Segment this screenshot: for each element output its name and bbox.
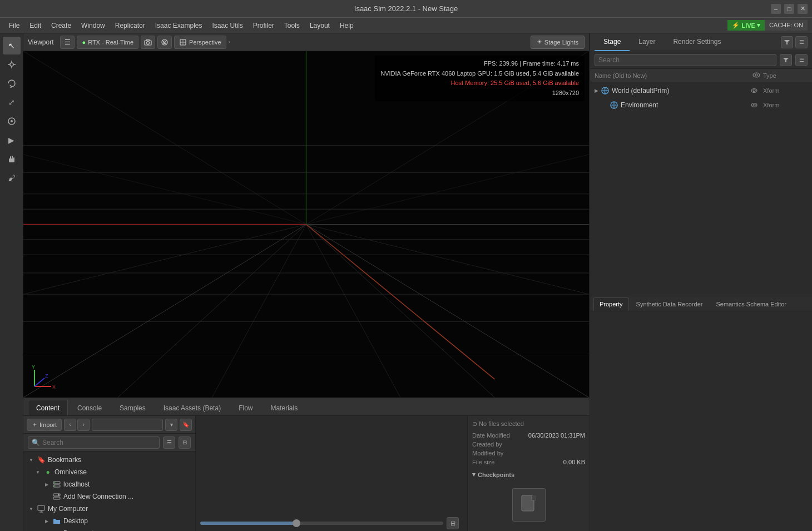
rtx-realtime-button[interactable]: ● RTX - Real-Time — [77, 36, 138, 49]
svg-rect-9 — [12, 156, 13, 158]
hud-memory: Host Memory: 25.5 GiB used, 5.6 GiB avai… — [380, 78, 579, 88]
viewport-plus-bottom: Viewport ☰ ● RTX - Real-Time — [23, 33, 590, 531]
stage-lights-button[interactable]: ☀ Stage Lights — [531, 36, 585, 49]
stage-columns-button[interactable]: ☰ — [795, 54, 808, 66]
stage-row-environment[interactable]: ▶ Environment — [590, 98, 812, 112]
stage-row-world[interactable]: ▶ World (defaultPrim) — [590, 83, 812, 98]
created-by-label: Created by — [472, 441, 502, 448]
camera-options-button[interactable] — [141, 36, 155, 49]
live-dropdown-icon[interactable]: ▾ — [757, 22, 760, 29]
menu-tools[interactable]: Tools — [280, 20, 304, 31]
omniverse-icon: ● — [43, 468, 52, 477]
computer-icon — [37, 504, 46, 513]
checkpoints-chevron-icon[interactable]: ▾ — [472, 471, 476, 478]
stage-filter-button[interactable] — [781, 36, 793, 48]
scale-tool-button[interactable]: ⤢ — [3, 93, 21, 111]
tree-item-localhost[interactable]: ▶ localhos — [23, 478, 195, 490]
world-visibility[interactable] — [747, 87, 761, 95]
path-dropdown-button[interactable]: ▾ — [165, 419, 177, 431]
toggle-icon: ▼ — [34, 469, 41, 475]
viewport-header: Viewport ☰ ● RTX - Real-Time — [23, 33, 589, 51]
live-badge[interactable]: ⚡ LIVE ▾ — [727, 20, 764, 31]
audio-button[interactable] — [157, 36, 172, 49]
menu-isaac-examples[interactable]: Isaac Examples — [151, 20, 207, 31]
slider-fill — [200, 522, 298, 525]
plus-icon: ＋ — [32, 420, 38, 429]
window-title: Isaac Sim 2022.2.1 - New Stage — [354, 4, 458, 13]
tab-console[interactable]: Console — [69, 400, 110, 415]
minimize-button[interactable]: – — [771, 4, 781, 14]
rotate-tool-button[interactable] — [3, 75, 21, 92]
tab-samples[interactable]: Samples — [111, 400, 154, 415]
menu-edit[interactable]: Edit — [25, 20, 46, 31]
tab-flow[interactable]: Flow — [230, 400, 261, 415]
search-input[interactable] — [42, 439, 156, 446]
tree-item-desktop[interactable]: ▶ Desktop — [23, 515, 195, 527]
menu-help[interactable]: Help — [335, 20, 358, 31]
slider-track[interactable] — [200, 522, 443, 525]
perspective-button[interactable]: Perspective — [174, 36, 226, 49]
world-toggle-icon: ▶ — [595, 88, 598, 93]
tab-materials[interactable]: Materials — [262, 400, 306, 415]
restore-button[interactable]: □ — [784, 4, 794, 14]
move-tool-button[interactable] — [3, 56, 21, 73]
menu-isaac-utils[interactable]: Isaac Utils — [207, 20, 247, 31]
menu-create[interactable]: Create — [47, 20, 76, 31]
stage-search-filter-button[interactable] — [780, 54, 792, 66]
tab-isaac-assets[interactable]: Isaac Assets (Beta) — [155, 400, 229, 415]
minus-circle-icon: ⊖ — [472, 420, 477, 427]
stage-search-input[interactable] — [595, 54, 776, 66]
tab-semantics-schema-editor[interactable]: Semantics Schema Editor — [710, 297, 793, 311]
tree-item-documents[interactable]: ▶ Documents — [23, 527, 195, 531]
hud-resolution: 1280x720 — [380, 88, 579, 98]
tab-content[interactable]: Content — [28, 400, 68, 415]
bookmark-button[interactable]: 🔖 — [180, 419, 192, 431]
content-main: ⊞ ⊖ No files selected Date Modified — [196, 416, 590, 531]
tab-stage[interactable]: Stage — [595, 33, 630, 51]
environment-visibility[interactable] — [747, 101, 761, 109]
svg-text:Z: Z — [45, 373, 48, 379]
tree-item-mycomputer[interactable]: ▼ My Computer — [23, 503, 195, 515]
tree-item-add-connection[interactable]: ▶ Add New — [23, 490, 195, 503]
transform-tool-button[interactable] — [3, 112, 21, 130]
svg-point-15 — [164, 42, 165, 43]
add-connection-icon — [52, 492, 61, 501]
select-tool-button[interactable]: ↖ — [3, 37, 21, 54]
svg-point-12 — [147, 41, 150, 44]
search-icon: 🔍 — [32, 439, 40, 446]
tab-property[interactable]: Property — [593, 297, 629, 311]
tree-item-bookmarks[interactable]: ▼ 🔖 Bookmarks — [23, 454, 195, 466]
filter-button[interactable]: ⊟ — [179, 436, 191, 449]
tree-item-omniverse[interactable]: ▼ ● Omniverse — [23, 466, 195, 478]
menu-profiler[interactable]: Profiler — [249, 20, 279, 31]
list-view-button[interactable]: ☰ — [163, 436, 175, 449]
cache-badge: CACHE: ON — [765, 20, 808, 31]
close-button[interactable]: ✕ — [798, 4, 808, 14]
svg-point-71 — [753, 90, 755, 92]
stage-menu-button[interactable]: ☰ — [795, 36, 808, 48]
import-button[interactable]: ＋ Import — [27, 419, 62, 431]
bookmark-folder-icon: 🔖 — [37, 455, 46, 464]
environment-type: Xform — [763, 102, 808, 108]
no-files-label: No files selected — [479, 420, 524, 427]
play-button[interactable]: ▶ — [3, 131, 21, 149]
back-button[interactable]: ‹ — [64, 419, 76, 431]
hud-fps: FPS: 239.96 | Frame time: 4.17 ms — [380, 59, 579, 69]
grid-view-button[interactable]: ⊞ — [447, 517, 459, 529]
grab-tool-button[interactable] — [3, 150, 21, 168]
tab-render-settings[interactable]: Render Settings — [664, 33, 730, 51]
tab-layer[interactable]: Layer — [630, 33, 664, 51]
menu-window[interactable]: Window — [77, 20, 110, 31]
date-modified-label: Date Modified — [472, 432, 510, 439]
menu-layout[interactable]: Layout — [305, 20, 334, 31]
paint-tool-button[interactable]: 🖌 — [3, 169, 21, 187]
tab-synthetic-data-recorder[interactable]: Synthetic Data Recorder — [630, 297, 709, 311]
menu-replicator[interactable]: Replicator — [111, 20, 150, 31]
slider-handle[interactable] — [293, 519, 300, 527]
right-panel: Stage Layer Render Settings ☰ — [590, 33, 812, 531]
viewport-menu-button[interactable]: ☰ — [60, 36, 75, 49]
modified-by-label: Modified by — [472, 450, 503, 456]
menu-file[interactable]: File — [4, 20, 24, 31]
viewport-canvas[interactable]: X Y Z FPS: 239.96 | Frame time: 4.17 ms … — [23, 51, 589, 398]
forward-button[interactable]: › — [77, 419, 90, 431]
